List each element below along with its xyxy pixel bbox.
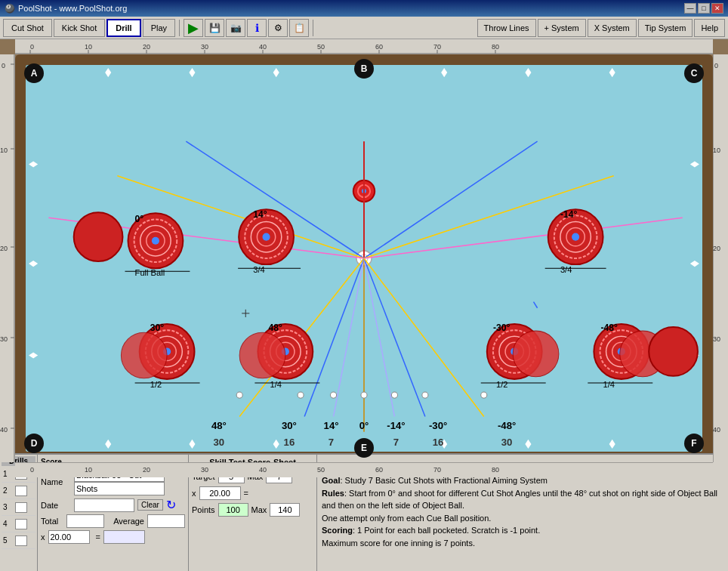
toolbar-separator-1 xyxy=(179,20,180,36)
points-label: Points xyxy=(192,505,215,514)
svg-text:0: 0 xyxy=(714,62,718,69)
diamond-top-2 xyxy=(189,68,195,77)
drill-check-5[interactable] xyxy=(15,536,27,546)
date-input[interactable] xyxy=(74,498,134,512)
svg-marker-47 xyxy=(29,261,38,267)
clear-button[interactable]: Clear xyxy=(137,499,163,511)
x-system-button[interactable]: X System xyxy=(588,19,637,37)
svg-text:20: 20 xyxy=(713,245,720,252)
camera-icon-button[interactable]: 📷 xyxy=(226,19,245,37)
svg-text:80: 80 xyxy=(492,466,499,474)
points-max-input[interactable] xyxy=(270,503,300,517)
diamond-top-5 xyxy=(441,68,447,77)
diamond-top-6 xyxy=(525,68,531,77)
svg-text:3/4: 3/4 xyxy=(253,265,264,274)
maximize-button[interactable]: □ xyxy=(698,3,710,14)
ruler-top: 0 10 20 30 40 50 60 70 80 xyxy=(15,39,713,54)
cut-shot-button[interactable]: Cut Shot xyxy=(3,19,52,37)
svg-point-71 xyxy=(236,392,242,398)
svg-text:70: 70 xyxy=(433,43,441,51)
title-bar-buttons[interactable]: — □ ✕ xyxy=(684,3,723,14)
skill-multiplier-input[interactable] xyxy=(199,486,241,500)
points-input[interactable] xyxy=(218,503,248,517)
svg-text:60: 60 xyxy=(375,43,383,51)
svg-text:20: 20 xyxy=(143,466,150,474)
drill-check-4[interactable] xyxy=(15,519,27,529)
desc-line5: Maximum score for one inning is 7 points… xyxy=(322,537,723,550)
date-label: Date xyxy=(41,501,71,510)
play-button[interactable]: Play xyxy=(143,19,175,37)
drill-button[interactable]: Drill xyxy=(106,19,140,37)
plus-system-button[interactable]: + System xyxy=(538,19,586,37)
svg-text:-30°: -30° xyxy=(493,323,511,333)
play-icon-button[interactable]: ▶ xyxy=(184,19,203,37)
svg-text:40: 40 xyxy=(259,466,267,474)
diamond-bottom-1 xyxy=(105,440,111,449)
svg-text:0: 0 xyxy=(30,43,34,51)
diamond-bottom-7 xyxy=(609,440,615,449)
svg-text:1/4: 1/4 xyxy=(603,380,615,389)
settings-icon-button[interactable]: ⚙ xyxy=(268,19,288,37)
svg-point-73 xyxy=(331,392,337,398)
corner-A: A xyxy=(24,63,44,83)
help-button[interactable]: Help xyxy=(694,19,725,37)
ruler-right: 0 10 20 30 40 xyxy=(713,54,728,462)
drill-row-5: 5 xyxy=(2,532,35,549)
svg-marker-50 xyxy=(690,261,699,267)
name-input-2[interactable] xyxy=(74,482,165,495)
minimize-button[interactable]: — xyxy=(684,3,696,14)
drill-check-3[interactable] xyxy=(15,502,27,513)
toolbar-separator-2 xyxy=(313,20,313,36)
main-area: 0 10 20 30 40 50 60 70 80 0 10 xyxy=(0,39,728,477)
svg-text:70: 70 xyxy=(433,466,441,474)
svg-text:1/2: 1/2 xyxy=(150,380,162,389)
svg-point-72 xyxy=(298,392,304,398)
svg-text:3/4: 3/4 xyxy=(560,265,572,274)
svg-text:30: 30 xyxy=(713,335,720,343)
average-label: Average xyxy=(113,517,144,526)
skill-equals: = xyxy=(244,489,248,498)
desc-rules: Rules: Start from 0° and shoot for diffe… xyxy=(322,487,723,512)
svg-text:48°: 48° xyxy=(211,420,227,431)
toolbar: Cut Shot Kick Shot Drill Play ▶ 💾 📷 ℹ ⚙ … xyxy=(0,17,728,39)
diamond-top-7 xyxy=(609,68,615,77)
clipboard-icon-button[interactable]: 📋 xyxy=(289,19,309,37)
info-icon-button[interactable]: ℹ xyxy=(247,19,267,37)
svg-text:16: 16 xyxy=(284,437,295,448)
throw-lines-button[interactable]: Throw Lines xyxy=(477,19,536,37)
svg-line-61 xyxy=(364,141,538,258)
svg-point-157 xyxy=(74,212,123,261)
save-icon-button[interactable]: 💾 xyxy=(205,19,224,37)
svg-text:80: 80 xyxy=(492,43,499,51)
svg-text:50: 50 xyxy=(317,43,325,51)
svg-point-146 xyxy=(513,331,559,377)
total-input[interactable] xyxy=(66,514,104,528)
name-label: Name xyxy=(41,477,71,486)
close-button[interactable]: ✕ xyxy=(711,3,723,14)
diamond-top-3 xyxy=(273,68,279,77)
svg-marker-46 xyxy=(29,161,38,167)
kick-shot-button[interactable]: Kick Shot xyxy=(54,19,105,37)
svg-text:40: 40 xyxy=(0,426,8,434)
table-felt[interactable]: 48° 30° 14° 0° -14° -30° -48° 30 16 7 0 … xyxy=(26,65,702,452)
desc-scoring: Scoring: 1 Point for each ball pocketed.… xyxy=(322,524,723,537)
svg-text:48°: 48° xyxy=(269,323,282,333)
svg-text:10: 10 xyxy=(0,147,8,154)
drill-row-4: 4 xyxy=(2,516,35,532)
tip-system-button[interactable]: Tip System xyxy=(638,19,693,37)
drill-check-2[interactable] xyxy=(15,486,27,496)
diamond-bottom-3 xyxy=(273,440,279,449)
multiplier-x: x xyxy=(41,532,45,542)
multiplier-row: x = xyxy=(41,530,185,544)
multiplier-input[interactable] xyxy=(48,530,90,544)
diamond-top-1 xyxy=(105,68,111,77)
result-input[interactable] xyxy=(103,530,145,544)
svg-point-128 xyxy=(121,332,167,378)
svg-text:-14°: -14° xyxy=(387,420,405,431)
refresh-icon[interactable]: ↻ xyxy=(166,498,176,512)
average-input[interactable] xyxy=(147,514,185,528)
svg-point-76 xyxy=(422,392,428,398)
drill-row-3: 3 xyxy=(2,499,35,516)
svg-text:30°: 30° xyxy=(150,323,164,333)
corner-C: C xyxy=(684,63,704,83)
